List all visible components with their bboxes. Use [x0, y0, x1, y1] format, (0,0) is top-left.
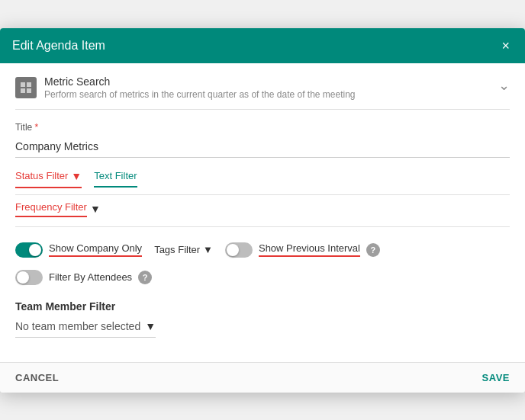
- cancel-button[interactable]: CANCEL: [15, 372, 59, 383]
- filter-by-attendees-toggle[interactable]: [15, 270, 43, 285]
- team-member-filter-section: Team Member Filter No team member select…: [15, 300, 510, 338]
- svg-rect-1: [27, 82, 31, 87]
- svg-rect-2: [21, 88, 25, 93]
- tags-filter-label: Tags Filter: [154, 244, 200, 255]
- metric-search-row: Metric Search Perform search of metrics …: [15, 75, 510, 110]
- svg-rect-0: [21, 82, 25, 87]
- team-member-select[interactable]: No team member selected ▼: [15, 320, 156, 338]
- svg-rect-3: [27, 88, 31, 93]
- filter-by-attendees-label: Filter By Attendees: [49, 271, 132, 283]
- save-button[interactable]: SAVE: [482, 372, 510, 383]
- metric-search-label: Metric Search: [44, 75, 492, 88]
- show-previous-interval-group: Show Previous Interval ?: [225, 242, 380, 258]
- status-filter-tab[interactable]: Status Filter ▼: [15, 170, 82, 188]
- show-previous-interval-toggle[interactable]: [225, 242, 253, 258]
- edit-agenda-dialog: Edit Agenda Item × Metric Search Perform…: [0, 28, 525, 393]
- team-member-value: No team member selected: [15, 320, 140, 332]
- dialog-header: Edit Agenda Item ×: [0, 28, 525, 63]
- show-previous-interval-label: Show Previous Interval: [259, 242, 360, 257]
- title-label: Title *: [15, 122, 510, 133]
- team-member-chevron-icon: ▼: [145, 320, 156, 332]
- metric-search-desc: Perform search of metrics in the current…: [44, 89, 492, 100]
- toggle-knob-3: [17, 271, 29, 284]
- show-company-only-label: Show Company Only: [49, 242, 142, 257]
- frequency-filter-tab[interactable]: Frequency Filter: [15, 201, 87, 217]
- title-field-group: Title *: [15, 122, 510, 158]
- tags-filter-group[interactable]: Tags Filter ▼: [154, 244, 213, 255]
- metric-text-block: Metric Search Perform search of metrics …: [44, 75, 492, 100]
- team-member-filter-heading: Team Member Filter: [15, 300, 510, 313]
- dialog-title: Edit Agenda Item: [12, 39, 105, 53]
- toggle-knob-2: [227, 244, 239, 256]
- toggle-row: Show Company Only Tags Filter ▼ Show Pre…: [15, 242, 510, 258]
- metric-icon: [15, 77, 37, 98]
- dialog-footer: CANCEL SAVE: [0, 362, 525, 393]
- status-filter-label: Status Filter: [15, 170, 68, 181]
- frequency-row: Frequency Filter ▼: [15, 201, 510, 227]
- filter-by-attendees-row: Filter By Attendees ?: [15, 270, 510, 285]
- title-input[interactable]: [15, 136, 510, 158]
- frequency-chevron-icon: ▼: [90, 203, 101, 215]
- filter-row: Status Filter ▼ Text Filter: [15, 170, 510, 195]
- show-previous-interval-help-icon[interactable]: ?: [366, 243, 380, 257]
- tags-filter-chevron-icon: ▼: [203, 244, 213, 255]
- close-button[interactable]: ×: [498, 39, 513, 53]
- toggle-knob: [29, 244, 41, 256]
- text-filter-label: Text Filter: [94, 170, 137, 181]
- filter-by-attendees-help-icon[interactable]: ?: [138, 271, 152, 284]
- show-company-only-group: Show Company Only: [15, 242, 142, 258]
- metric-chevron-icon[interactable]: ⌄: [498, 77, 510, 94]
- show-company-only-toggle[interactable]: [15, 242, 43, 258]
- dialog-body: Metric Search Perform search of metrics …: [0, 63, 525, 362]
- text-filter-tab[interactable]: Text Filter: [94, 170, 137, 188]
- status-filter-chevron-icon: ▼: [71, 170, 82, 182]
